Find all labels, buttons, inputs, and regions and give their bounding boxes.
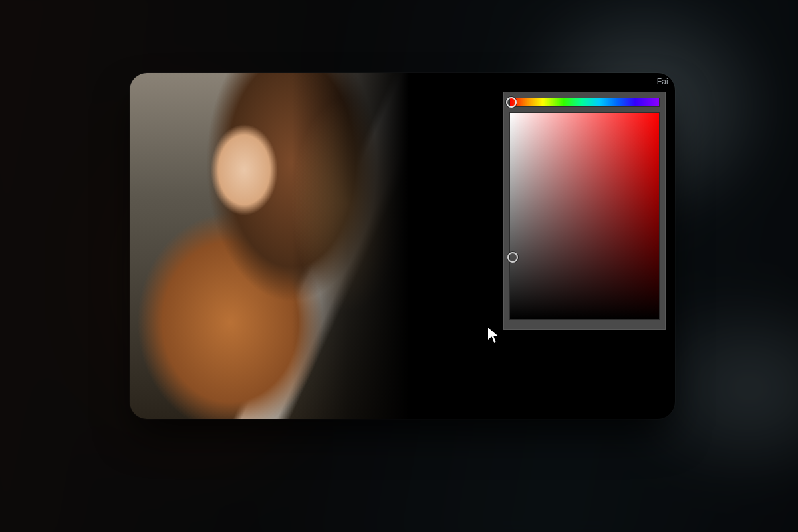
hue-slider[interactable] — [509, 98, 660, 107]
saturation-value-field[interactable] — [509, 112, 660, 320]
color-picker-panel — [503, 92, 666, 330]
sv-field-handle[interactable] — [507, 252, 518, 263]
app-window: Fai — [130, 73, 675, 419]
hue-slider-handle[interactable] — [506, 97, 517, 108]
mouse-cursor-icon — [487, 326, 501, 346]
canvas-image[interactable] — [130, 73, 409, 419]
header-label: Fai — [657, 77, 668, 86]
